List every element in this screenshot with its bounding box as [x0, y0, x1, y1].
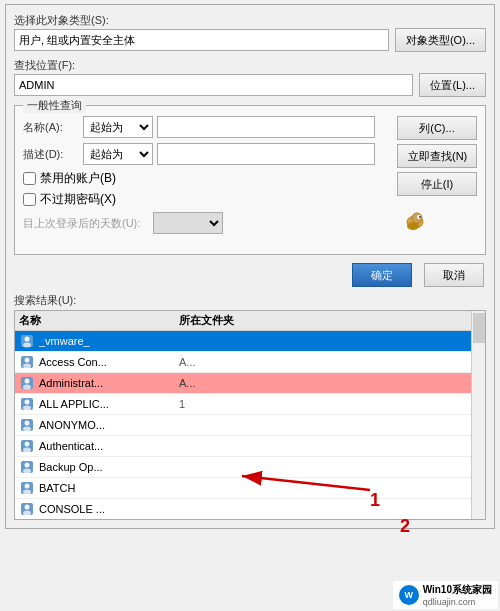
select-user-dialog: 选择此对象类型(S): 对象类型(O)... 查找位置(F): 位置(L)...…	[5, 4, 495, 529]
watermark-logo: W	[399, 585, 419, 605]
table-row[interactable]: Access Con...A...	[15, 352, 485, 373]
general-query-section: 一般性查询 名称(A): 起始为 描述(D): 起始为	[14, 105, 486, 255]
svg-point-24	[25, 463, 30, 468]
watermark-url: qdliuajin.com	[423, 597, 492, 607]
table-row[interactable]: ANONYMO...	[15, 415, 485, 436]
object-type-input[interactable]	[14, 29, 389, 51]
row-name: Access Con...	[39, 356, 179, 368]
svg-point-31	[23, 511, 31, 516]
location-label: 查找位置(F):	[14, 58, 114, 73]
no-expire-checkbox[interactable]	[23, 193, 36, 206]
svg-point-21	[25, 442, 30, 447]
row-folder: A...	[179, 377, 481, 389]
svg-point-18	[25, 421, 30, 426]
ok-cancel-row: 确定 取消	[14, 263, 486, 287]
row-name: Backup Op...	[39, 461, 179, 473]
svg-point-27	[25, 484, 30, 489]
svg-point-25	[23, 469, 31, 474]
row-name: ALL APPLIC...	[39, 398, 179, 410]
scrollbar-thumb[interactable]	[473, 313, 485, 343]
table-row[interactable]: CONSOLE ...	[15, 499, 485, 520]
col-folder-header: 所在文件夹	[179, 313, 481, 328]
stop-button[interactable]: 停止(I)	[397, 172, 477, 196]
no-expire-label: 不过期密码(X)	[40, 191, 116, 208]
results-rows: _vmware_ Access Con...A... Administrat..…	[15, 331, 485, 520]
results-section: 搜索结果(U): 名称 所在文件夹 _vmware_ Access Con...…	[14, 293, 486, 520]
row-name: _vmware_	[39, 335, 179, 347]
svg-point-4	[419, 216, 421, 218]
watermark: W Win10系统家园 qdliuajin.com	[393, 581, 498, 609]
watermark-logo-text: W	[404, 590, 413, 600]
cancel-button[interactable]: 取消	[424, 263, 484, 287]
row-name: BATCH	[39, 482, 179, 494]
disabled-account-row: 禁用的账户(B)	[23, 170, 375, 187]
desc-input[interactable]	[157, 143, 375, 165]
svg-point-10	[23, 364, 31, 369]
svg-point-9	[25, 358, 30, 363]
desc-label: 描述(D):	[23, 147, 83, 162]
svg-point-16	[23, 406, 31, 411]
table-row[interactable]: BATCH	[15, 478, 485, 499]
search-icon	[391, 200, 439, 248]
svg-point-30	[25, 505, 30, 510]
name-row: 名称(A): 起始为	[23, 116, 375, 138]
row-icon	[19, 417, 35, 433]
scrollbar[interactable]	[471, 311, 485, 519]
row-icon	[19, 375, 35, 391]
svg-point-12	[25, 379, 30, 384]
days-label: 目上次登录后的天数(U):	[23, 216, 153, 231]
row-folder: A...	[179, 356, 481, 368]
search-button[interactable]: 立即查找(N)	[397, 144, 477, 168]
desc-select[interactable]: 起始为	[83, 143, 153, 165]
watermark-text: Win10系统家园 qdliuajin.com	[423, 583, 492, 607]
name-label: 名称(A):	[23, 120, 83, 135]
results-area[interactable]: 名称 所在文件夹 _vmware_ Access Con...A... Admi…	[14, 310, 486, 520]
row-name: ANONYMO...	[39, 419, 179, 431]
row-folder: 1	[179, 398, 481, 410]
days-row: 目上次登录后的天数(U):	[23, 212, 375, 234]
svg-point-2	[407, 222, 419, 230]
disabled-account-label: 禁用的账户(B)	[40, 170, 116, 187]
name-input[interactable]	[157, 116, 375, 138]
location-row: 查找位置(F): 位置(L)...	[14, 58, 486, 97]
row-icon	[19, 396, 35, 412]
table-row[interactable]: Backup Op...	[15, 457, 485, 478]
ok-button[interactable]: 确定	[352, 263, 412, 287]
results-label: 搜索结果(U):	[14, 293, 486, 308]
right-buttons: 列(C)... 立即查找(N) 停止(I)	[391, 116, 477, 248]
row-icon	[19, 459, 35, 475]
svg-point-7	[23, 343, 31, 348]
svg-point-13	[23, 385, 31, 390]
row-icon	[19, 354, 35, 370]
location-button[interactable]: 位置(L)...	[419, 73, 486, 97]
no-expire-row: 不过期密码(X)	[23, 191, 375, 208]
section-title: 一般性查询	[23, 98, 86, 113]
disabled-account-checkbox[interactable]	[23, 172, 36, 185]
days-select[interactable]	[153, 212, 223, 234]
row-name: Administrat...	[39, 377, 179, 389]
object-type-button[interactable]: 对象类型(O)...	[395, 28, 486, 52]
watermark-site: Win10系统家园	[423, 583, 492, 597]
desc-row: 描述(D): 起始为	[23, 143, 375, 165]
table-row[interactable]: ALL APPLIC...1	[15, 394, 485, 415]
row-icon	[19, 333, 35, 349]
svg-point-22	[23, 448, 31, 453]
row-icon	[19, 480, 35, 496]
row-icon	[19, 438, 35, 454]
location-input[interactable]	[14, 74, 413, 96]
table-row[interactable]: Authenticat...	[15, 436, 485, 457]
svg-point-28	[23, 490, 31, 495]
name-select[interactable]: 起始为	[83, 116, 153, 138]
object-type-label: 选择此对象类型(S):	[14, 13, 114, 28]
table-row[interactable]: Administrat...A...	[15, 373, 485, 394]
col-name-header: 名称	[19, 313, 179, 328]
svg-point-19	[23, 427, 31, 432]
results-header: 名称 所在文件夹	[15, 311, 485, 331]
row-name: Authenticat...	[39, 440, 179, 452]
row-icon	[19, 501, 35, 517]
svg-point-15	[25, 400, 30, 405]
object-type-row: 选择此对象类型(S): 对象类型(O)...	[14, 13, 486, 52]
table-row[interactable]: _vmware_	[15, 331, 485, 352]
cols-button[interactable]: 列(C)...	[397, 116, 477, 140]
row-name: CONSOLE ...	[39, 503, 179, 515]
